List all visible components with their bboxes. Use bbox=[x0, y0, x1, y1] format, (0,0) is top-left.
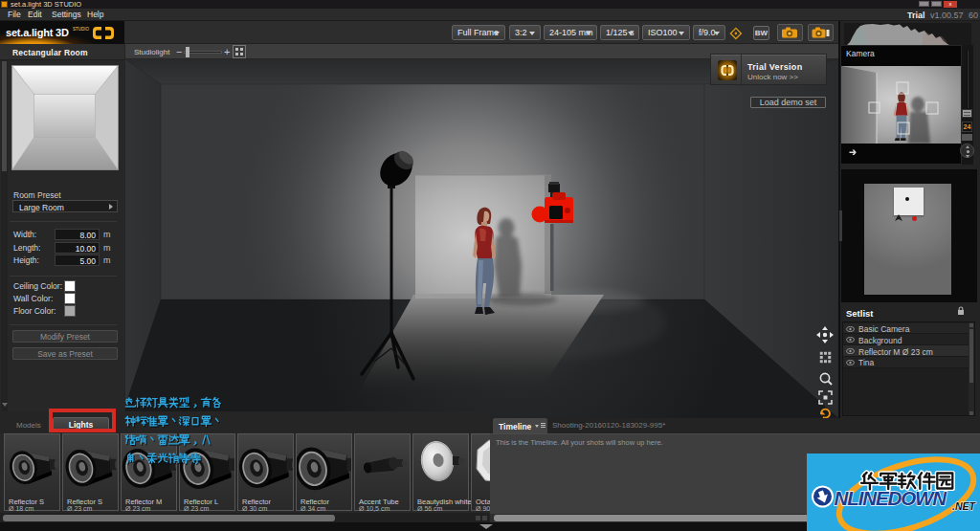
svg-text:.NET: .NET bbox=[952, 500, 977, 512]
svg-text:NLINEDOWN: NLINEDOWN bbox=[835, 487, 948, 509]
